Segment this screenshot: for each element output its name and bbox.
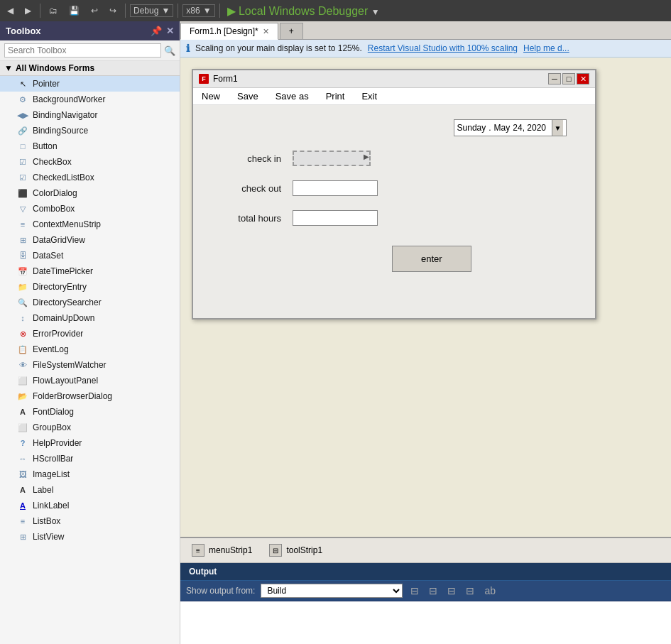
date-picker[interactable]: Sunday . May 24, 2020 ▼ xyxy=(454,119,567,136)
output-source-select[interactable]: Build xyxy=(261,584,403,598)
restore-button[interactable]: □ xyxy=(562,73,575,84)
total-hours-input[interactable] xyxy=(293,210,378,226)
forward-button[interactable]: ▶ xyxy=(21,4,36,17)
run-button[interactable]: ▶ Local Windows Debugger ▼ xyxy=(224,4,383,18)
toolbox-header-icons: 📌 ✕ xyxy=(151,26,174,36)
toolbox-item-label: CheckBox xyxy=(33,157,72,167)
platform-dropdown[interactable]: x86 ▼ xyxy=(182,4,214,17)
toolbox-item-fontdialog[interactable]: A FontDialog xyxy=(0,404,180,420)
check-in-input[interactable] xyxy=(293,151,371,166)
platform-label: x86 xyxy=(186,6,200,16)
toolbox-search-bar: 🔍 xyxy=(0,40,180,61)
right-area: Form1.h [Design]* ✕ + ℹ Scaling on your … xyxy=(180,21,671,644)
debug-dropdown[interactable]: Debug ▼ xyxy=(130,4,173,17)
undo-button[interactable]: ↩ xyxy=(87,4,102,17)
total-hours-row: total hours xyxy=(207,210,581,226)
category-collapse-icon: ▼ xyxy=(4,63,13,73)
toolbox-item-checkedlistbox[interactable]: ☑ CheckedListBox xyxy=(0,170,180,185)
toolbox-category-all-windows-forms[interactable]: ▼ All Windows Forms xyxy=(0,61,180,76)
output-wrap-icon[interactable]: ⊟ xyxy=(408,585,421,596)
toolbox-item-label[interactable]: A Label xyxy=(0,482,180,498)
toolbox-item-folderbrowserdialog[interactable]: 📂 FolderBrowserDialog xyxy=(0,388,180,404)
form-title-icon-label: F xyxy=(202,75,206,82)
dataset-icon: 🗄 xyxy=(17,250,28,261)
component-menustrip[interactable]: ≡ menuStrip1 xyxy=(192,544,252,557)
output-clear-icon[interactable]: ⊟ xyxy=(427,585,440,596)
toolbox-item-listview[interactable]: ⊞ ListView xyxy=(0,529,180,545)
toolbox-item-helpprovider[interactable]: ? HelpProvider xyxy=(0,435,180,451)
menu-save-as[interactable]: Save as xyxy=(273,89,312,103)
toolbox-item-flowlayoutpanel[interactable]: ⬜ FlowLayoutPanel xyxy=(0,373,180,388)
toolbox-item-label: DateTimePicker xyxy=(33,266,93,276)
restore-icon: □ xyxy=(567,75,572,83)
file-menu-button[interactable]: 🗂 xyxy=(45,4,62,17)
toolbox-item-datagridview[interactable]: ⊞ DataGridView xyxy=(0,232,180,248)
toolbox-item-domainupdown[interactable]: ↕ DomainUpDown xyxy=(0,310,180,326)
output-scroll-icon[interactable]: ⊟ xyxy=(464,585,476,596)
toolbox-item-bindingnavigator[interactable]: ◀▶ BindingNavigator xyxy=(0,107,180,123)
back-button[interactable]: ◀ xyxy=(3,4,18,17)
toolbox-item-checkbox[interactable]: ☑ CheckBox xyxy=(0,154,180,170)
toolbox-item-bindingsource[interactable]: 🔗 BindingSource xyxy=(0,123,180,138)
output-case-icon[interactable]: ab xyxy=(482,585,498,596)
save-button[interactable]: 💾 xyxy=(65,4,84,17)
toolbox-item-eventlog[interactable]: 📋 EventLog xyxy=(0,342,180,357)
toolbox-item-dataset[interactable]: 🗄 DataSet xyxy=(0,248,180,263)
toolbox-item-button[interactable]: □ Button xyxy=(0,138,180,154)
toolbox-item-label: LinkLabel xyxy=(33,501,69,511)
toolbox-item-directoryentry[interactable]: 📁 DirectoryEntry xyxy=(0,279,180,295)
enter-button-row: enter xyxy=(293,240,581,272)
component-toolstrip[interactable]: ⊟ toolStrip1 xyxy=(269,544,322,557)
redo-button[interactable]: ↪ xyxy=(105,4,121,17)
help-link[interactable]: Help me d... xyxy=(523,43,569,53)
toolbox-item-colordialog[interactable]: ⬛ ColorDialog xyxy=(0,185,180,201)
toolbox-item-combobox[interactable]: ▽ ComboBox xyxy=(0,201,180,217)
datetimepicker-icon: 📅 xyxy=(17,266,28,277)
toolbox-item-label: ListView xyxy=(33,532,64,542)
check-out-input[interactable] xyxy=(293,180,378,196)
date-day: Sunday xyxy=(457,123,486,133)
toolbox-item-hscrollbar[interactable]: ↔ HScrollBar xyxy=(0,451,180,466)
pin-icon[interactable]: 📌 xyxy=(151,26,162,36)
toolbox-item-filesystemwatcher[interactable]: 👁 FileSystemWatcher xyxy=(0,357,180,373)
total-hours-label: total hours xyxy=(207,213,293,224)
check-in-row: check in ▶ xyxy=(207,151,581,166)
toolbox-item-contextmenustrip[interactable]: ≡ ContextMenuStrip xyxy=(0,217,180,232)
toolbox-item-pointer[interactable]: ↖ Pointer xyxy=(0,76,180,92)
close-button[interactable]: ✕ xyxy=(577,73,589,84)
menu-new[interactable]: New xyxy=(199,89,223,103)
menu-save[interactable]: Save xyxy=(234,89,261,103)
toolbox-item-errorprovider[interactable]: ⊗ ErrorProvider xyxy=(0,326,180,342)
combobox-icon: ▽ xyxy=(17,203,28,214)
toolbox-item-linklabel[interactable]: A LinkLabel xyxy=(0,498,180,513)
checkedlistbox-icon: ☑ xyxy=(17,172,28,183)
toolbox-item-directorysearcher[interactable]: 🔍 DirectorySearcher xyxy=(0,295,180,310)
close-icon: ✕ xyxy=(580,75,587,84)
toolbox-item-backgroundworker[interactable]: ⚙ BackgroundWorker xyxy=(0,92,180,107)
form-title: F Form1 xyxy=(199,74,238,84)
minimize-button[interactable]: ─ xyxy=(548,73,561,84)
toolbox-header: Toolbox 📌 ✕ xyxy=(0,21,180,40)
toolbox-item-groupbox[interactable]: ⬜ GroupBox xyxy=(0,420,180,435)
date-month: May xyxy=(494,123,511,133)
date-dropdown-button[interactable]: ▼ xyxy=(552,120,563,136)
search-input[interactable] xyxy=(4,43,161,58)
tab-form1-design[interactable]: Form1.h [Design]* ✕ xyxy=(180,23,278,40)
tab-new[interactable]: + xyxy=(280,23,303,39)
toolbox-item-label: HelpProvider xyxy=(33,438,82,448)
listview-icon: ⊞ xyxy=(17,531,28,542)
close-icon[interactable]: ✕ xyxy=(166,26,174,36)
menu-exit[interactable]: Exit xyxy=(359,89,380,103)
toolbox-item-imagelist[interactable]: 🖼 ImageList xyxy=(0,466,180,482)
toolbox-item-datetimepicker[interactable]: 📅 DateTimePicker xyxy=(0,263,180,279)
toolbox-item-listbox[interactable]: ≡ ListBox xyxy=(0,513,180,529)
output-lock-icon[interactable]: ⊟ xyxy=(445,585,458,596)
menu-print[interactable]: Print xyxy=(323,89,348,103)
tab-close-icon[interactable]: ✕ xyxy=(263,27,269,36)
toolbox-item-label: CheckedListBox xyxy=(33,173,94,182)
enter-button[interactable]: enter xyxy=(392,246,471,272)
toolbox-title: Toolbox xyxy=(6,26,41,36)
restart-link[interactable]: Restart Visual Studio with 100% scaling xyxy=(368,43,518,53)
toolbox-item-label: ErrorProvider xyxy=(33,329,83,339)
toolbox-item-label: DirectoryEntry xyxy=(33,282,87,292)
